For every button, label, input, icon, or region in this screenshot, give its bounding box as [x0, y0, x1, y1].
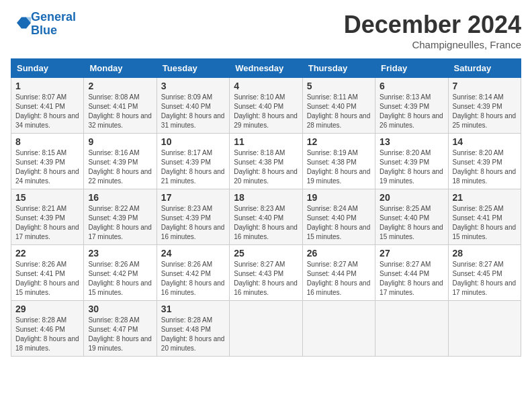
calendar-cell: 26Sunrise: 8:27 AMSunset: 4:44 PMDayligh…	[302, 245, 375, 301]
day-number: 8	[15, 136, 79, 147]
calendar-cell: 16Sunrise: 8:22 AMSunset: 4:39 PMDayligh…	[84, 189, 157, 245]
day-number: 25	[234, 248, 298, 259]
calendar-cell	[302, 301, 375, 357]
day-info: Sunrise: 8:23 AMSunset: 4:39 PMDaylight:…	[161, 204, 225, 242]
day-info: Sunrise: 8:19 AMSunset: 4:38 PMDaylight:…	[307, 148, 371, 186]
day-info: Sunrise: 8:14 AMSunset: 4:39 PMDaylight:…	[453, 93, 517, 130]
day-number: 20	[380, 192, 443, 203]
day-info: Sunrise: 8:13 AMSunset: 4:39 PMDaylight:…	[380, 93, 443, 130]
calendar-cell: 5Sunrise: 8:11 AMSunset: 4:40 PMDaylight…	[302, 78, 375, 134]
calendar-week-row: 1Sunrise: 8:07 AMSunset: 4:41 PMDaylight…	[11, 78, 521, 134]
day-info: Sunrise: 8:28 AMSunset: 4:48 PMDaylight:…	[161, 316, 225, 353]
day-number: 15	[15, 192, 79, 203]
calendar-cell: 21Sunrise: 8:25 AMSunset: 4:41 PMDayligh…	[448, 189, 521, 245]
calendar-cell: 7Sunrise: 8:14 AMSunset: 4:39 PMDaylight…	[448, 78, 521, 134]
weekday-header: Wednesday	[230, 59, 302, 78]
calendar-cell: 22Sunrise: 8:26 AMSunset: 4:41 PMDayligh…	[11, 245, 84, 301]
page-header: General Blue December 2024 Champigneulle…	[11, 11, 521, 50]
calendar-cell: 13Sunrise: 8:20 AMSunset: 4:39 PMDayligh…	[375, 134, 448, 189]
calendar-cell: 12Sunrise: 8:19 AMSunset: 4:38 PMDayligh…	[302, 134, 375, 189]
calendar-cell: 15Sunrise: 8:21 AMSunset: 4:39 PMDayligh…	[11, 189, 84, 245]
logo-icon	[12, 13, 31, 32]
calendar-table: SundayMondayTuesdayWednesdayThursdayFrid…	[11, 58, 521, 357]
day-info: Sunrise: 8:16 AMSunset: 4:39 PMDaylight:…	[88, 148, 152, 186]
calendar-cell: 1Sunrise: 8:07 AMSunset: 4:41 PMDaylight…	[11, 78, 84, 134]
day-info: Sunrise: 8:17 AMSunset: 4:39 PMDaylight:…	[161, 148, 225, 186]
day-info: Sunrise: 8:23 AMSunset: 4:40 PMDaylight:…	[234, 204, 298, 242]
day-number: 19	[307, 192, 371, 203]
logo-line2: Blue	[31, 24, 57, 37]
day-number: 21	[453, 192, 517, 203]
day-info: Sunrise: 8:27 AMSunset: 4:43 PMDaylight:…	[234, 260, 298, 298]
day-info: Sunrise: 8:27 AMSunset: 4:45 PMDaylight:…	[453, 260, 517, 298]
calendar-week-row: 8Sunrise: 8:15 AMSunset: 4:39 PMDaylight…	[11, 134, 521, 189]
calendar-cell: 31Sunrise: 8:28 AMSunset: 4:48 PMDayligh…	[157, 301, 229, 357]
day-info: Sunrise: 8:27 AMSunset: 4:44 PMDaylight:…	[380, 260, 443, 298]
day-number: 28	[453, 248, 517, 259]
day-info: Sunrise: 8:28 AMSunset: 4:47 PMDaylight:…	[88, 316, 152, 353]
day-info: Sunrise: 8:27 AMSunset: 4:44 PMDaylight:…	[307, 260, 371, 298]
title-block: December 2024 Champigneulles, France	[344, 11, 521, 50]
day-number: 24	[161, 248, 225, 259]
day-info: Sunrise: 8:25 AMSunset: 4:40 PMDaylight:…	[380, 204, 443, 242]
day-number: 26	[307, 248, 371, 259]
day-info: Sunrise: 8:24 AMSunset: 4:40 PMDaylight:…	[307, 204, 371, 242]
day-number: 5	[307, 81, 371, 91]
month-title: December 2024	[344, 11, 521, 39]
day-number: 22	[15, 248, 79, 259]
calendar-cell: 10Sunrise: 8:17 AMSunset: 4:39 PMDayligh…	[157, 134, 229, 189]
day-info: Sunrise: 8:25 AMSunset: 4:41 PMDaylight:…	[453, 204, 517, 242]
calendar-cell: 8Sunrise: 8:15 AMSunset: 4:39 PMDaylight…	[11, 134, 84, 189]
calendar-cell: 17Sunrise: 8:23 AMSunset: 4:39 PMDayligh…	[157, 189, 229, 245]
day-number: 31	[161, 304, 225, 314]
day-number: 6	[380, 81, 443, 91]
logo-line1: General	[31, 10, 76, 24]
day-info: Sunrise: 8:20 AMSunset: 4:39 PMDaylight:…	[453, 148, 517, 186]
day-number: 1	[15, 81, 79, 91]
day-info: Sunrise: 8:10 AMSunset: 4:40 PMDaylight:…	[234, 93, 298, 130]
day-info: Sunrise: 8:26 AMSunset: 4:42 PMDaylight:…	[88, 260, 152, 298]
day-info: Sunrise: 8:08 AMSunset: 4:41 PMDaylight:…	[88, 93, 152, 130]
day-number: 3	[161, 81, 225, 91]
weekday-header: Sunday	[11, 59, 84, 78]
day-info: Sunrise: 8:18 AMSunset: 4:38 PMDaylight:…	[234, 148, 298, 186]
calendar-cell: 20Sunrise: 8:25 AMSunset: 4:40 PMDayligh…	[375, 189, 448, 245]
day-number: 14	[453, 136, 517, 147]
weekday-header: Monday	[84, 59, 157, 78]
weekday-header: Thursday	[302, 59, 375, 78]
calendar-cell: 24Sunrise: 8:26 AMSunset: 4:42 PMDayligh…	[157, 245, 229, 301]
day-number: 16	[88, 192, 152, 203]
calendar-cell: 28Sunrise: 8:27 AMSunset: 4:45 PMDayligh…	[448, 245, 521, 301]
calendar-cell: 19Sunrise: 8:24 AMSunset: 4:40 PMDayligh…	[302, 189, 375, 245]
day-number: 29	[15, 304, 79, 314]
day-info: Sunrise: 8:20 AMSunset: 4:39 PMDaylight:…	[380, 148, 443, 186]
day-number: 2	[88, 81, 152, 91]
calendar-cell	[230, 301, 302, 357]
calendar-cell: 23Sunrise: 8:26 AMSunset: 4:42 PMDayligh…	[84, 245, 157, 301]
day-info: Sunrise: 8:09 AMSunset: 4:40 PMDaylight:…	[161, 93, 225, 130]
calendar-cell: 27Sunrise: 8:27 AMSunset: 4:44 PMDayligh…	[375, 245, 448, 301]
day-info: Sunrise: 8:26 AMSunset: 4:41 PMDaylight:…	[15, 260, 79, 298]
calendar-cell: 14Sunrise: 8:20 AMSunset: 4:39 PMDayligh…	[448, 134, 521, 189]
calendar-cell: 6Sunrise: 8:13 AMSunset: 4:39 PMDaylight…	[375, 78, 448, 134]
location: Champigneulles, France	[344, 39, 521, 50]
day-number: 27	[380, 248, 443, 259]
day-info: Sunrise: 8:11 AMSunset: 4:40 PMDaylight:…	[307, 93, 371, 130]
calendar-cell: 18Sunrise: 8:23 AMSunset: 4:40 PMDayligh…	[230, 189, 302, 245]
day-number: 4	[234, 81, 298, 91]
day-number: 10	[161, 136, 225, 147]
day-number: 23	[88, 248, 152, 259]
weekday-header-row: SundayMondayTuesdayWednesdayThursdayFrid…	[11, 59, 521, 78]
calendar-cell: 2Sunrise: 8:08 AMSunset: 4:41 PMDaylight…	[84, 78, 157, 134]
logo: General Blue	[11, 11, 76, 38]
calendar-cell: 29Sunrise: 8:28 AMSunset: 4:46 PMDayligh…	[11, 301, 84, 357]
day-info: Sunrise: 8:21 AMSunset: 4:39 PMDaylight:…	[15, 204, 79, 242]
calendar-week-row: 15Sunrise: 8:21 AMSunset: 4:39 PMDayligh…	[11, 189, 521, 245]
day-number: 17	[161, 192, 225, 203]
day-info: Sunrise: 8:22 AMSunset: 4:39 PMDaylight:…	[88, 204, 152, 242]
day-info: Sunrise: 8:15 AMSunset: 4:39 PMDaylight:…	[15, 148, 79, 186]
day-number: 12	[307, 136, 371, 147]
weekday-header: Saturday	[448, 59, 521, 78]
calendar-cell	[448, 301, 521, 357]
day-info: Sunrise: 8:28 AMSunset: 4:46 PMDaylight:…	[15, 316, 79, 353]
